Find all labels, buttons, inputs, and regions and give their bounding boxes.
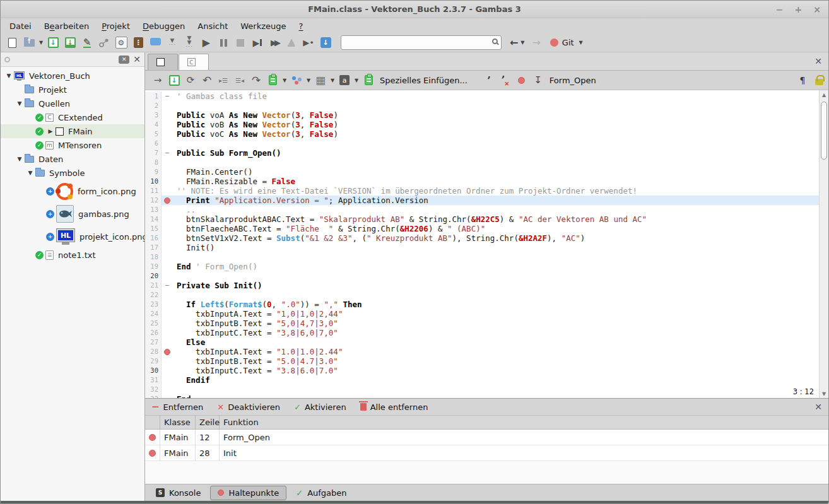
tree-item-fmain[interactable]: ✓▶FMain [1,124,144,138]
code-line-25[interactable]: 25 txbInputB.Text = "5,0|4,7|3,0" [145,319,819,328]
bottom-tab-haltepunkte[interactable]: Haltepunkte [210,486,286,500]
code-line-24[interactable]: 24 txbInputA.Text = "1,0|1,0|2,44" [145,309,819,319]
edit-form-icon[interactable]: ✎ [79,35,95,50]
expanded-arrow-icon[interactable]: ▼ [15,156,25,162]
expanded-arrow-icon[interactable]: ▼ [15,100,25,107]
menu-datei[interactable]: Datei [3,20,38,33]
code-line-32[interactable]: 32 [145,385,819,394]
nav-forward-icon[interactable]: → [532,37,540,49]
next-bookmark-icon[interactable]: ▸☰ [216,73,231,88]
maximize-button[interactable]: + [795,4,803,15]
tab-fmain-class[interactable]: C [179,54,209,70]
menu-bearbeiten[interactable]: Bearbeiten [38,20,95,33]
code-line-29[interactable]: 29 txbInputB.Text = "5.0|4.7|3.0" [145,356,819,366]
tab-fmain-form[interactable] [148,54,178,70]
pilcrow-icon[interactable]: ¶ [795,73,810,88]
new-file-icon[interactable] [4,35,20,50]
prev-bookmark-icon[interactable]: ☰◂ [232,73,247,88]
paste-menu-caret-icon[interactable]: ▼ [281,78,288,83]
tree-item-gambas-png[interactable]: +gambas.png [1,202,144,225]
tree-item-note1-txt[interactable]: ✓☰note1.txt [1,248,144,262]
breakpoint-icon[interactable] [164,197,170,204]
save-icon[interactable]: ↓ [167,73,182,88]
collapsed-arrow-icon[interactable]: ▶ [45,128,56,134]
menu-debuggen[interactable]: Debuggen [136,20,191,33]
fold-icon[interactable]: − [165,93,170,100]
breakpoint-row[interactable]: FMain28Init [145,445,828,461]
tabbar-close-icon[interactable]: ✕ [814,56,822,66]
code-line-22[interactable]: 22 [145,290,819,300]
code-line-21[interactable]: 21−Private Sub Init() [145,281,819,290]
tree-item-vektoren-buch[interactable]: ▼HLVektoren_Buch [1,69,144,83]
code-line-27[interactable]: 27 Else [145,337,819,347]
code-line-33[interactable]: 33End [145,394,819,398]
search-input[interactable] [341,35,502,50]
paste-menu-icon[interactable] [265,73,280,88]
run-icon[interactable]: ▶ [198,35,215,50]
lock-icon[interactable] [815,79,823,85]
toggle-breakpoint-icon[interactable] [514,73,529,88]
minimize-button[interactable]: − [776,4,784,15]
code-line-11[interactable]: 11'' NOTE: Es wird eine Text-Datei `VERS… [145,186,819,196]
color-menu-caret-icon[interactable]: ▼ [305,78,312,83]
compile-icon[interactable]: ▼··· [164,35,180,50]
save-all-icon[interactable]: ↓ [62,35,78,50]
code-line-3[interactable]: 3Public voA As New Vector(3, False) [145,110,819,120]
table-menu-caret-icon[interactable]: ▼ [329,78,336,83]
menu-werkzeuge[interactable]: Werkzeuge [234,20,292,33]
comment-icon[interactable] [147,35,163,50]
uncomment-selection-icon[interactable]: ’✕ [498,73,513,88]
menu-projekt[interactable]: Projekt [95,20,136,33]
filter-clear-icon[interactable]: ✕ [119,56,129,64]
code-line-20[interactable]: 20 [145,271,819,281]
code-line-23[interactable]: 23 If Left$(Format$(0, ".0")) = "," Then [145,300,819,309]
finish-icon[interactable]: ▲ [283,35,300,50]
code-line-14[interactable]: 14 btnSkalarproduktABAC.Text = "Skalarpr… [145,214,819,224]
fold-icon[interactable]: − [165,283,170,289]
panel-close-icon[interactable]: ✕ [814,402,822,412]
tree-item-projekt[interactable]: Projekt [1,83,144,97]
nav-back-caret-icon[interactable]: ▼ [519,40,526,45]
update-icon[interactable]: ↓ [317,35,334,50]
paste-special-label[interactable]: Spezielles Einfügen... [380,76,467,85]
code-line-9[interactable]: 9 FMain.Center() [145,167,819,177]
code-line-18[interactable]: 18 [145,252,819,262]
code-line-16[interactable]: 16 btnSetV1xV2.Text = Subst("&1 &2 &3", … [145,233,819,243]
expanded-arrow-icon[interactable]: ▼ [4,73,14,79]
make-executable-icon[interactable]: ⋮ [130,35,146,50]
code-line-13[interactable]: 13 .. [145,205,819,214]
bottom-tab-aufgaben[interactable]: ✓Aufgaben [288,486,354,500]
procedure-dropdown[interactable]: Form_Open [550,76,596,85]
aktivieren-button[interactable]: ✓Aktivieren [294,402,346,412]
breakpoint-icon[interactable] [164,349,170,355]
code-line-26[interactable]: 26 txbInputC.Text = "3,8|6,0|7,0" [145,328,819,337]
table-menu-icon[interactable]: ▦ [313,73,328,88]
close-button[interactable]: × [813,4,821,15]
code-line-6[interactable]: 6 [145,139,819,148]
comment-selection-icon[interactable]: ’ [481,73,497,88]
paste-special-icon[interactable] [361,73,376,88]
scroll-down-icon[interactable]: ▼ [822,389,826,398]
code-line-28[interactable]: 28 txbInputA.Text = "1.0|1.0|2.44" [145,347,819,356]
code-area[interactable]: 1−' Gambas class file23Public voA As New… [145,90,819,398]
undo-icon[interactable]: ↶ [199,73,215,88]
menu-ansicht[interactable]: Ansicht [191,20,234,33]
code-line-12[interactable]: 12 Print "Application.Version = "; Appli… [145,196,819,205]
fold-icon[interactable]: − [165,150,170,156]
run-until-icon[interactable]: ▶• [300,35,317,50]
goto-procedure-icon[interactable]: ↧ [531,73,546,88]
git-button-label[interactable]: Git [562,38,574,47]
commit-icon[interactable] [96,35,112,50]
save-project-icon[interactable]: ↓ [45,35,61,50]
code-line-8[interactable]: 8 [145,158,819,167]
reload-icon[interactable]: ⟳ [183,73,198,88]
git-caret-icon[interactable]: ▼ [578,40,584,45]
scroll-track[interactable] [820,99,828,389]
scroll-up-icon[interactable]: ▲ [822,90,826,99]
code-line-5[interactable]: 5Public voC As New Vector(3, False) [145,129,819,139]
code-line-10[interactable]: 10 FMain.Resizable = False [145,177,819,186]
tree-item-projekt-icon-png[interactable]: +HLprojekt_icon.png [1,225,144,248]
code-line-31[interactable]: 31 Endif [145,375,819,385]
goto-icon[interactable]: → [150,73,165,88]
bottom-tab-konsole[interactable]: SKonsole [148,486,208,500]
